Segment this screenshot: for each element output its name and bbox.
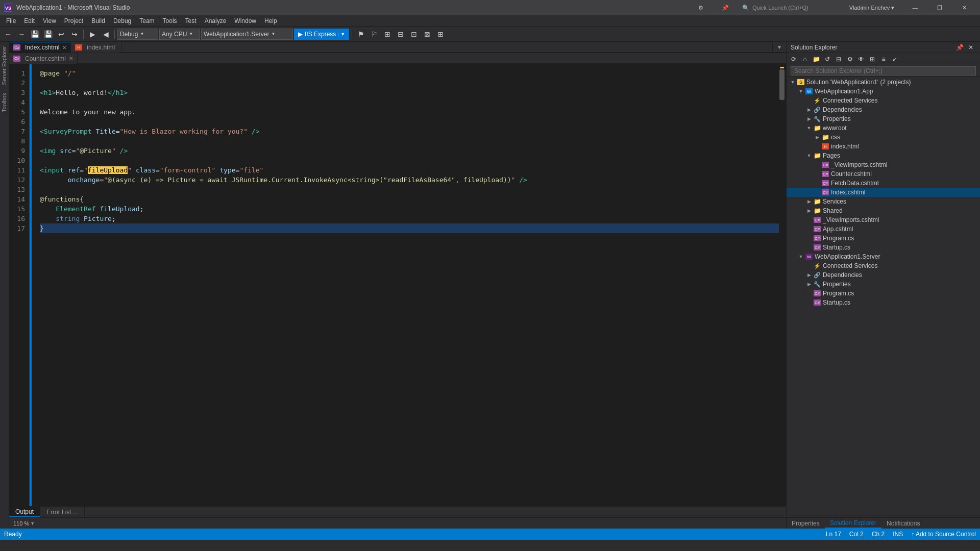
index-cshtml-node[interactable]: C# Index.cshtml [787, 188, 980, 197]
restore-button[interactable]: ❐ [928, 0, 951, 15]
css-node[interactable]: ▶ 📁 css [787, 133, 980, 142]
tab-close-index-cshtml[interactable]: ✕ [62, 45, 66, 51]
pin-icon[interactable]: 📌 [714, 0, 737, 15]
menu-view[interactable]: View [39, 16, 60, 26]
app-cshtml-label: App.cshtml [823, 226, 853, 233]
se-btn-pin[interactable]: ↙ [890, 55, 900, 64]
menu-build[interactable]: Build [87, 16, 109, 26]
toolbox-tab[interactable]: Toolbox [0, 89, 9, 116]
zoom-control[interactable]: 110 % ▼ [13, 520, 35, 527]
tab-index-cshtml[interactable]: C# Index.cshtml ✕ [9, 42, 71, 53]
tab-dropdown-arrow[interactable]: ▼ [777, 44, 782, 50]
se-btn-collapse[interactable]: ⊟ [834, 55, 844, 64]
startup-cs-node-server[interactable]: C# Startup.cs [787, 298, 980, 307]
services-node[interactable]: ▶ 📁 Services [787, 197, 980, 206]
tab-label-index-html: index.html [87, 44, 115, 51]
se-search-input[interactable] [791, 66, 976, 76]
app-cshtml-node[interactable]: C# App.cshtml [787, 224, 980, 234]
properties-tab[interactable]: Properties [787, 518, 825, 529]
se-btn-sync[interactable]: ⟳ [789, 55, 799, 64]
se-btn-filter[interactable]: ⊞ [867, 55, 877, 64]
properties-label-server: Properties [823, 281, 851, 288]
tab-index-html[interactable]: H index.html [71, 42, 122, 53]
server-dropdown[interactable]: WebApplication1.Server ▼ [201, 29, 293, 40]
cpu-mode-dropdown[interactable]: Any CPU ▼ [159, 29, 200, 40]
filter-icon[interactable]: ⚙ [689, 0, 713, 15]
toolbar: ← → 💾 💾 ↩ ↪ ▶ ◀ Debug ▼ Any CPU ▼ WebApp… [0, 27, 980, 42]
menu-help[interactable]: Help [260, 16, 281, 26]
toolbar-btn-7[interactable]: ⊞ [434, 29, 447, 40]
se-btn-more[interactable]: ≡ [878, 55, 889, 64]
program-cs-node-app[interactable]: C# Program.cs [787, 234, 980, 243]
toolbar-btn-5[interactable]: ⊡ [408, 29, 420, 40]
pages-node[interactable]: ▼ 📁 Pages [787, 151, 980, 160]
server-explorer-tab[interactable]: Server Explorer [0, 42, 9, 89]
minimize-button[interactable]: — [903, 0, 927, 15]
menu-debug[interactable]: Debug [109, 16, 135, 26]
user-name[interactable]: Vladimir Enchev ▾ [841, 0, 902, 15]
properties-node-app[interactable]: ▶ 🔧 Properties [787, 114, 980, 123]
menu-project[interactable]: Project [60, 16, 87, 26]
save-button[interactable]: 💾 [29, 29, 41, 40]
wwwroot-arrow: ▼ [805, 126, 813, 131]
se-btn-refresh[interactable]: ↺ [822, 55, 832, 64]
redo-button[interactable]: ↪ [68, 29, 81, 40]
counter-tab-close[interactable]: ✕ [69, 56, 73, 61]
iis-express-run-button[interactable]: ▶ IIS Express ▼ [294, 29, 349, 40]
menu-tools[interactable]: Tools [159, 16, 181, 26]
menu-analyze[interactable]: Analyze [201, 16, 231, 26]
menu-window[interactable]: Window [230, 16, 260, 26]
scrollbar-thumb[interactable] [779, 69, 785, 100]
program-cs-label-app: Program.cs [823, 235, 854, 242]
menu-edit[interactable]: Edit [20, 16, 39, 26]
error-list-tab[interactable]: Error List ... [40, 507, 85, 517]
code-content[interactable]: @page "/" <h1>Hello, world!</h1> Welcome… [32, 64, 779, 506]
se-btn-folder[interactable]: 📁 [811, 55, 821, 64]
back-button[interactable]: ← [2, 29, 14, 40]
dependencies-node-app[interactable]: ▶ 🔗 Dependencies [787, 105, 980, 114]
connected-services-node-server[interactable]: ⚡ Connected Services [787, 261, 980, 270]
shared-node[interactable]: ▶ 📁 Shared [787, 206, 980, 215]
toolbar-btn-6[interactable]: ⊠ [421, 29, 433, 40]
index-html-node[interactable]: H index.html [787, 142, 980, 151]
project-app-node[interactable]: ▼ W WebApplication1.App [787, 87, 980, 96]
menu-team[interactable]: Team [135, 16, 158, 26]
notifications-tab[interactable]: Notifications [881, 518, 925, 529]
fetchdata-cshtml-node[interactable]: C# FetchData.cshtml [787, 179, 980, 188]
connected-services-node-app[interactable]: ⚡ Connected Services [787, 96, 980, 105]
start-button[interactable]: ▶ [86, 29, 99, 40]
se-btn-home[interactable]: ⌂ [800, 55, 810, 64]
output-tab[interactable]: Output [9, 507, 40, 517]
save-all-button[interactable]: 💾 [42, 29, 54, 40]
se-pin-button[interactable]: 📌 [954, 43, 965, 52]
debug-mode-dropdown[interactable]: Debug ▼ [117, 29, 158, 40]
properties-node-server[interactable]: ▶ 🔧 Properties [787, 280, 980, 289]
toolbar-btn-1[interactable]: ⚑ [355, 29, 367, 40]
add-to-source-control[interactable]: ↑ Add to Source Control [911, 531, 976, 538]
attach-button[interactable]: ◀ [100, 29, 112, 40]
se-btn-preview[interactable]: 👁 [856, 55, 866, 64]
toolbar-btn-4[interactable]: ⊟ [395, 29, 407, 40]
close-button[interactable]: ✕ [952, 0, 976, 15]
quick-launch[interactable]: 🔍Quick Launch (Ctrl+Q) [738, 0, 840, 15]
viewimports-cshtml-node[interactable]: C# _ViewImports.cshtml [787, 160, 980, 169]
tab-counter-cshtml[interactable]: C# Counter.cshtml ✕ [9, 53, 78, 64]
solution-node[interactable]: ▼ S Solution 'WebApplication1' (2 projec… [787, 78, 980, 87]
server-project-node[interactable]: ▼ W WebApplication1.Server [787, 252, 980, 261]
wwwroot-node[interactable]: ▼ 📁 wwwroot [787, 123, 980, 133]
counter-cshtml-node[interactable]: C# Counter.cshtml [787, 169, 980, 179]
solution-explorer-tab-bottom[interactable]: Solution Explorer [825, 518, 881, 529]
startup-cs-node-app[interactable]: C# Startup.cs [787, 243, 980, 252]
menu-test[interactable]: Test [181, 16, 201, 26]
program-cs-node-server[interactable]: C# Program.cs [787, 289, 980, 298]
dependencies-node-server[interactable]: ▶ 🔗 Dependencies [787, 270, 980, 280]
se-close-button[interactable]: ✕ [966, 43, 976, 52]
forward-button[interactable]: → [15, 29, 28, 40]
toolbar-btn-2[interactable]: ⚐ [368, 29, 380, 40]
viewimports2-cshtml-node[interactable]: C# _ViewImports.cshtml [787, 215, 980, 224]
toolbar-btn-3[interactable]: ⊞ [381, 29, 394, 40]
menu-file[interactable]: File [2, 16, 20, 26]
iis-dropdown-arrow[interactable]: ▼ [338, 32, 345, 37]
undo-button[interactable]: ↩ [55, 29, 67, 40]
se-btn-properties[interactable]: ⚙ [845, 55, 855, 64]
